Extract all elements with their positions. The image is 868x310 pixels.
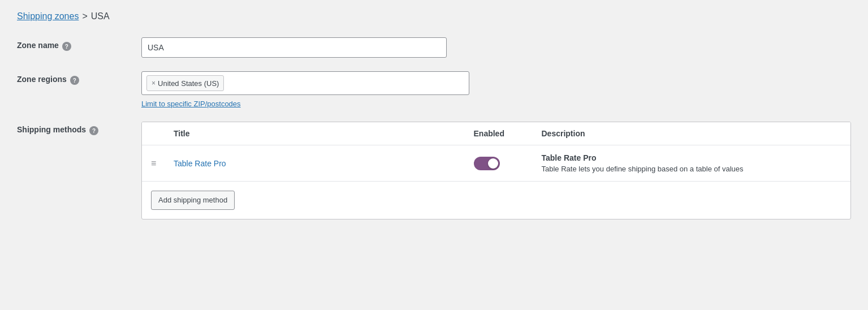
method-enabled-cell [474,157,542,170]
method-description-title: Table Rate Pro [542,153,842,162]
zip-postcodes-link[interactable]: Limit to specific ZIP/postcodes [141,100,851,108]
col-header-description: Description [542,129,842,138]
zone-regions-label: Zone regions [17,75,67,84]
method-enabled-toggle[interactable] [474,157,500,170]
col-header-drag [151,129,174,138]
zone-name-label: Zone name [17,41,59,50]
zone-name-row: Zone name ? [17,37,851,58]
zone-regions-input-cell: × United States (US) Limit to specific Z… [141,71,851,108]
breadcrumb: Shipping zones > USA [17,11,851,21]
breadcrumb-shipping-zones-link[interactable]: Shipping zones [17,11,79,21]
table-row: ≡ Table Rate Pro Table Rate Pro Table Ra… [142,145,850,182]
zone-name-input-cell [141,37,851,58]
method-description-cell: Table Rate Pro Table Rate lets you defin… [542,153,842,173]
method-title-cell: Table Rate Pro [174,159,474,168]
col-header-enabled: Enabled [474,129,542,138]
toggle-thumb [488,158,498,169]
shipping-methods-help-icon[interactable]: ? [89,126,98,135]
region-tag-us: × United States (US) [146,75,224,91]
zone-name-help-icon[interactable]: ? [62,42,71,51]
methods-footer: Add shipping method [142,182,850,219]
method-title-link[interactable]: Table Rate Pro [174,159,226,168]
shipping-methods-row: Shipping methods ? Title Enabled Descrip… [17,122,851,219]
shipping-methods-table: Title Enabled Description ≡ Table Rate P… [141,122,851,219]
zone-regions-help-icon[interactable]: ? [70,76,79,85]
zone-regions-select[interactable]: × United States (US) [141,71,469,95]
zone-name-input[interactable] [141,37,447,58]
region-tag-remove-icon[interactable]: × [152,80,156,87]
methods-table-header: Title Enabled Description [142,122,850,145]
shipping-methods-label: Shipping methods [17,125,86,134]
breadcrumb-current-zone: USA [91,11,110,21]
method-description-text: Table Rate lets you define shipping base… [542,165,842,173]
zone-regions-label-cell: Zone regions ? [17,71,141,85]
region-tag-label: United States (US) [158,79,219,88]
add-shipping-method-button[interactable]: Add shipping method [151,191,235,210]
zone-name-label-cell: Zone name ? [17,37,141,51]
col-header-title: Title [174,129,474,138]
drag-handle-icon[interactable]: ≡ [151,158,174,169]
shipping-methods-container-cell: Title Enabled Description ≡ Table Rate P… [141,122,851,219]
zone-regions-row: Zone regions ? × United States (US) Limi… [17,71,851,108]
shipping-methods-label-cell: Shipping methods ? [17,122,141,135]
breadcrumb-separator: > [82,11,87,21]
